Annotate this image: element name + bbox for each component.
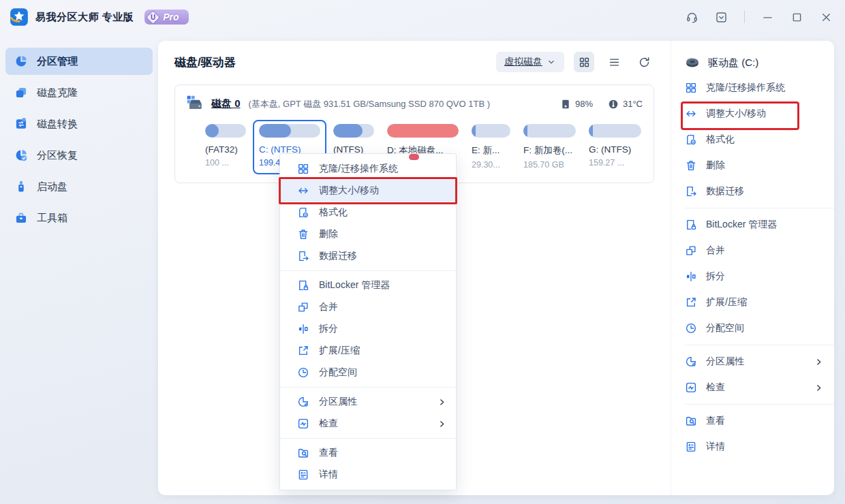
menu-item-label: 详情 bbox=[706, 441, 725, 453]
partition-cell-6[interactable]: G: (NTFS)159.27 ... bbox=[589, 124, 641, 170]
refresh-button[interactable] bbox=[634, 52, 654, 72]
partition-usage-fill bbox=[472, 124, 476, 138]
support-headset-icon[interactable] bbox=[686, 11, 698, 24]
feedback-box-icon[interactable] bbox=[715, 11, 728, 24]
submenu-arrow-icon bbox=[814, 358, 823, 366]
disk-convert-icon bbox=[14, 117, 28, 131]
menu-item-label: 拆分 bbox=[706, 270, 725, 283]
menu-item-extend-shrink[interactable]: 扩展/压缩 bbox=[280, 340, 456, 362]
sidebar-item-label: 磁盘转换 bbox=[37, 118, 78, 131]
menu-item-bitlocker-manager[interactable]: BitLocker 管理器 bbox=[685, 212, 834, 238]
menu-item-delete[interactable]: 删除 bbox=[280, 223, 456, 245]
grid-view-button[interactable] bbox=[574, 52, 594, 72]
sidebar-item-disk-clone[interactable]: 磁盘克隆 bbox=[5, 79, 153, 106]
partition-recovery-icon bbox=[14, 148, 28, 162]
menu-item-format[interactable]: 格式化 bbox=[685, 127, 834, 153]
clone-squares-icon bbox=[297, 163, 309, 175]
menu-item-check[interactable]: 检查 bbox=[280, 413, 456, 435]
menu-item-split[interactable]: 拆分 bbox=[685, 264, 834, 289]
sidebar-item-partition-manager[interactable]: 分区管理 bbox=[5, 48, 153, 75]
close-button[interactable] bbox=[820, 11, 833, 24]
partition-cell-0[interactable]: (FAT32)100 ... bbox=[205, 124, 246, 170]
sidebar-item-label: 分区恢复 bbox=[37, 149, 78, 162]
menu-item-extend-shrink[interactable]: 扩展/压缩 bbox=[685, 289, 834, 315]
bitlocker-lock-icon bbox=[685, 219, 697, 231]
menu-separator bbox=[280, 270, 456, 271]
menu-item-view[interactable]: 查看 bbox=[280, 442, 456, 464]
sidebar-item-partition-recovery[interactable]: 分区恢复 bbox=[5, 142, 153, 169]
menu-separator bbox=[685, 345, 834, 345]
right-panel: 驱动盘 (C:) 克隆/迁移操作系统调整大小/移动格式化删除数据迁移BitLoc… bbox=[671, 41, 834, 495]
menu-item-label: 删除 bbox=[319, 228, 338, 240]
menu-item-check[interactable]: 检查 bbox=[685, 375, 834, 400]
menu-separator bbox=[280, 438, 456, 439]
check-square-icon bbox=[297, 418, 309, 430]
disk-info-row[interactable]: 磁盘 0 (基本盘, GPT 磁盘 931.51 GB/Samsung SSD … bbox=[186, 95, 643, 113]
merge-icon bbox=[685, 245, 697, 257]
sidebar-item-toolbox[interactable]: 工具箱 bbox=[5, 204, 153, 232]
menu-item-delete[interactable]: 删除 bbox=[685, 153, 834, 178]
sidebar-item-label: 工具箱 bbox=[37, 212, 67, 225]
menu-item-merge[interactable]: 合并 bbox=[280, 296, 456, 318]
menu-item-bitlocker-manager[interactable]: BitLocker 管理器 bbox=[280, 274, 456, 296]
resize-arrows-icon bbox=[685, 108, 697, 120]
menu-item-label: 扩展/压缩 bbox=[706, 296, 747, 309]
menu-item-allocate-space[interactable]: 分配空间 bbox=[685, 315, 834, 341]
partition-label: F: 新加卷(... bbox=[523, 144, 576, 157]
pie-chart-icon bbox=[14, 54, 28, 68]
menu-item-clone-migrate-os[interactable]: 克隆/迁移操作系统 bbox=[280, 158, 456, 180]
filter-label: 虚拟磁盘 bbox=[504, 56, 542, 68]
menu-item-details[interactable]: 详情 bbox=[685, 434, 834, 460]
page-title: 磁盘/驱动器 bbox=[174, 54, 236, 70]
disk-name[interactable]: 磁盘 0 bbox=[211, 97, 241, 110]
menu-item-details[interactable]: 详情 bbox=[280, 464, 456, 486]
extend-shrink-icon bbox=[297, 345, 309, 357]
menu-item-clone-migrate-os[interactable]: 克隆/迁移操作系统 bbox=[685, 75, 834, 101]
menu-item-label: 拆分 bbox=[319, 323, 338, 335]
menu-item-label: BitLocker 管理器 bbox=[319, 279, 390, 292]
disk-usage-value: 98% bbox=[575, 99, 593, 109]
left-sidebar: 分区管理磁盘克隆磁盘转换分区恢复启动盘工具箱 bbox=[5, 48, 153, 236]
menu-item-allocate-space[interactable]: 分配空间 bbox=[280, 362, 456, 383]
partition-cell-5[interactable]: F: 新加卷(...185.70 GB bbox=[523, 124, 576, 170]
partition-size: 29.30... bbox=[472, 160, 510, 170]
menu-item-data-migration[interactable]: 数据迁移 bbox=[685, 178, 834, 204]
menu-item-resize-move[interactable]: 调整大小/移动 bbox=[685, 101, 834, 127]
toolbox-icon bbox=[14, 211, 28, 225]
partition-usage-fill bbox=[333, 124, 363, 138]
menu-item-view[interactable]: 查看 bbox=[685, 408, 834, 434]
menu-item-label: 删除 bbox=[706, 159, 725, 172]
menu-item-partition-properties[interactable]: 分区属性 bbox=[280, 391, 456, 413]
partition-bar bbox=[387, 124, 459, 138]
menu-item-split[interactable]: 拆分 bbox=[280, 318, 456, 340]
folder-search-icon bbox=[297, 447, 309, 459]
extend-shrink-icon bbox=[685, 296, 697, 309]
sidebar-item-disk-convert[interactable]: 磁盘转换 bbox=[5, 110, 153, 138]
details-doc-icon bbox=[685, 441, 697, 453]
list-view-button[interactable] bbox=[604, 52, 624, 72]
partition-bar bbox=[472, 124, 510, 138]
partition-cell-4[interactable]: E: 新...29.30... bbox=[472, 124, 510, 170]
menu-separator bbox=[685, 404, 834, 405]
partition-size: 100 ... bbox=[205, 158, 246, 168]
app-identity: 易我分区大师 专业版 U Pro bbox=[10, 7, 189, 27]
content-card: 磁盘/驱动器 虚拟磁盘 bbox=[158, 41, 834, 495]
menu-item-label: BitLocker 管理器 bbox=[706, 219, 777, 231]
sidebar-item-boot-disk[interactable]: 启动盘 bbox=[5, 173, 153, 200]
menu-item-format[interactable]: 格式化 bbox=[280, 202, 456, 223]
menu-separator bbox=[280, 387, 456, 388]
view-toolbar: 虚拟磁盘 bbox=[496, 52, 654, 72]
details-doc-icon bbox=[297, 469, 309, 481]
maximize-button[interactable] bbox=[790, 11, 803, 24]
disk-drive-icon bbox=[186, 95, 204, 113]
submenu-arrow-icon bbox=[437, 398, 446, 407]
window-controls bbox=[686, 11, 833, 24]
minimize-button[interactable] bbox=[761, 11, 774, 24]
menu-item-resize-move[interactable]: 调整大小/移动 bbox=[280, 180, 456, 202]
virtual-disk-filter[interactable]: 虚拟磁盘 bbox=[496, 52, 564, 72]
trash-icon bbox=[297, 228, 309, 240]
menu-item-partition-properties[interactable]: 分区属性 bbox=[685, 349, 834, 375]
allocate-clock-icon bbox=[297, 366, 309, 379]
menu-item-merge[interactable]: 合并 bbox=[685, 238, 834, 264]
menu-item-data-migration[interactable]: 数据迁移 bbox=[280, 245, 456, 267]
